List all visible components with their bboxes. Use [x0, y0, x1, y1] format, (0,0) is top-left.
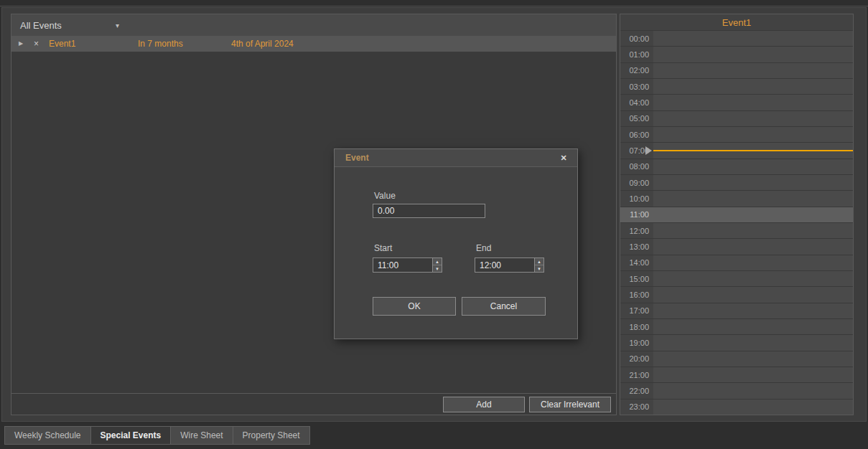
event-name: Event1 [49, 36, 75, 52]
start-time-input[interactable] [373, 257, 432, 273]
chevron-up-icon: ▲ [537, 260, 541, 264]
time-row[interactable]: 03:00 [620, 79, 853, 95]
time-cell[interactable] [653, 31, 853, 46]
top-strip [0, 0, 868, 6]
time-cell[interactable] [653, 95, 853, 110]
time-row[interactable]: 00:00 [620, 31, 853, 47]
ok-button[interactable]: OK [373, 297, 456, 316]
event-marker-line[interactable] [653, 150, 853, 151]
events-toolbar: All Events ▾ [11, 14, 616, 36]
time-row[interactable]: 04:00 [620, 95, 853, 110]
time-cell[interactable] [653, 351, 853, 367]
time-row[interactable]: 13:00 [620, 239, 853, 255]
time-label: 05:00 [620, 111, 653, 126]
time-row[interactable]: 22:00 [620, 383, 853, 399]
workspace: All Events ▾ ▶ × Event1 In 7 months 4th … [1, 7, 867, 422]
time-cell[interactable] [653, 335, 853, 350]
end-time-spinner: ▲ ▼ [475, 257, 544, 273]
time-row[interactable]: 23:00 [620, 400, 853, 415]
time-cell[interactable] [653, 271, 853, 286]
time-cell[interactable] [653, 175, 853, 190]
time-label: 18:00 [620, 319, 653, 334]
chevron-down-icon: ▾ [116, 22, 119, 29]
time-cell[interactable] [653, 223, 853, 238]
tab-weekly-schedule[interactable]: Weekly Schedule [4, 426, 91, 445]
time-label: 15:00 [620, 271, 653, 286]
time-label: 23:00 [620, 400, 653, 415]
time-cell[interactable] [653, 79, 853, 94]
dialog-title-bar[interactable]: Event ✕ [335, 149, 577, 167]
time-label: 16:00 [620, 287, 653, 302]
time-cell[interactable] [653, 63, 853, 78]
close-icon: ✕ [560, 153, 566, 162]
time-cell[interactable] [653, 143, 853, 158]
time-label: 20:00 [620, 351, 653, 367]
time-row[interactable]: 01:00 [620, 47, 853, 62]
time-cell[interactable] [653, 111, 853, 126]
time-row[interactable]: 02:00 [620, 63, 853, 79]
add-button[interactable]: Add [443, 397, 525, 412]
event-row[interactable]: ▶ × Event1 In 7 months 4th of April 2024 [11, 36, 616, 52]
time-label: 02:00 [620, 63, 653, 78]
time-row[interactable]: 21:00 [620, 367, 853, 383]
clear-irrelevant-button[interactable]: Clear Irrelevant [529, 397, 611, 412]
chevron-down-icon: ▼ [435, 267, 439, 271]
tab-property-sheet[interactable]: Property Sheet [233, 426, 310, 445]
end-spin-down-button[interactable]: ▼ [535, 265, 543, 272]
time-row[interactable]: 12:00 [620, 223, 853, 239]
time-cell[interactable] [653, 287, 853, 302]
schedule-header: Event1 [620, 14, 853, 30]
marker-arrow-icon[interactable] [645, 146, 652, 155]
time-cell[interactable] [653, 47, 853, 62]
time-label: 22:00 [620, 383, 653, 398]
start-spinner-buttons: ▲ ▼ [432, 257, 442, 273]
time-row[interactable]: 06:00 [620, 127, 853, 143]
time-label: 08:00 [620, 159, 653, 174]
time-row[interactable]: 14:00 [620, 255, 853, 271]
time-cell[interactable] [653, 127, 853, 142]
time-row[interactable]: 09:00 [620, 175, 853, 191]
tab-wire-sheet[interactable]: Wire Sheet [171, 426, 233, 445]
time-cell[interactable] [653, 367, 853, 382]
time-cell[interactable] [653, 191, 853, 206]
time-row[interactable]: 19:00 [620, 335, 853, 351]
start-spin-up-button[interactable]: ▲ [433, 258, 442, 265]
time-row[interactable]: 10:00 [620, 191, 853, 207]
time-cell[interactable] [653, 159, 853, 174]
event-filter-dropdown[interactable]: All Events ▾ [20, 20, 119, 31]
cancel-button[interactable]: Cancel [462, 297, 546, 316]
delete-icon[interactable]: × [34, 36, 39, 52]
time-cell[interactable] [653, 383, 853, 398]
time-row[interactable]: 15:00 [620, 271, 853, 287]
end-spinner-buttons: ▲ ▼ [534, 257, 544, 273]
chevron-down-icon: ▼ [537, 267, 541, 271]
tab-special-events[interactable]: Special Events [91, 426, 172, 445]
schedule-title: Event1 [722, 17, 751, 28]
start-time-spinner: ▲ ▼ [373, 257, 442, 273]
end-spin-up-button[interactable]: ▲ [535, 258, 543, 265]
end-time-input[interactable] [475, 257, 534, 273]
time-cell[interactable] [653, 255, 853, 270]
time-row[interactable]: 08:00 [620, 159, 853, 175]
time-cell[interactable] [653, 319, 853, 334]
time-label: 06:00 [620, 127, 653, 142]
time-row[interactable]: 18:00 [620, 319, 853, 335]
time-cell[interactable] [653, 207, 853, 222]
dialog-body: Value Start End ▲ ▼ ▲ ▼ [335, 167, 577, 339]
time-label: 14:00 [620, 255, 653, 270]
close-button[interactable]: ✕ [557, 153, 570, 163]
expander-icon[interactable]: ▶ [19, 36, 23, 52]
value-input[interactable] [373, 204, 485, 218]
time-row[interactable]: 20:00 [620, 351, 853, 367]
time-row[interactable]: 05:00 [620, 111, 853, 127]
time-row[interactable]: 07:00 [620, 143, 853, 159]
time-row[interactable]: 11:00 [620, 207, 853, 223]
time-cell[interactable] [653, 239, 853, 254]
tab-strip: Weekly ScheduleSpecial EventsWire SheetP… [0, 422, 868, 449]
event-filter-value: All Events [20, 20, 62, 31]
time-cell[interactable] [653, 303, 853, 318]
time-cell[interactable] [653, 400, 853, 415]
start-spin-down-button[interactable]: ▼ [433, 265, 442, 272]
time-row[interactable]: 16:00 [620, 287, 853, 303]
time-row[interactable]: 17:00 [620, 303, 853, 319]
